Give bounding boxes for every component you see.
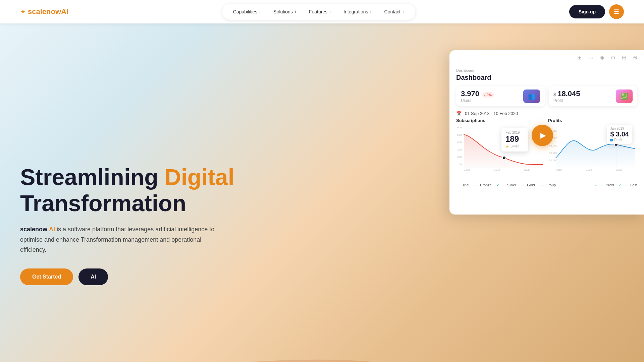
hero-title-highlight: Digital (165, 164, 234, 190)
grid-icon[interactable]: ⊞ (577, 54, 582, 61)
hero-title-part2: Transformation (20, 190, 186, 216)
legend-trial: Trial (456, 183, 469, 187)
profits-chart-panel: Profits $5.000 $4.000 $3.000 $2.000 $1.0… (548, 118, 637, 182)
play-button[interactable]: ▶ (532, 125, 553, 146)
widget-toolbar: ⊞ ▭ ◈ ⊙ ⊟ ⊕ (449, 50, 644, 65)
ai-button[interactable]: AI (78, 268, 108, 285)
logo-ai: AI (61, 7, 68, 16)
nav-features[interactable]: Features + (304, 6, 337, 17)
profit-tooltip-label: Profit (614, 138, 622, 142)
profit-tooltip-date: Jan 2019 (610, 127, 629, 130)
settings-icon[interactable]: ⊕ (633, 54, 637, 61)
svg-text:100: 100 (457, 163, 462, 166)
legend-group: Group (540, 183, 556, 187)
tooltip-value: 189 (505, 134, 524, 144)
legend-trial-label: Trial (462, 183, 469, 187)
profit-tooltip-value: $ 3.04 (610, 130, 629, 138)
logo-icon: ✦ (20, 8, 26, 16)
profit-label: Profit (553, 98, 612, 103)
legend-bronze: Bronze (474, 183, 492, 187)
legend-gold-label: Gold (527, 183, 535, 187)
get-started-button[interactable]: Get Started (20, 268, 73, 285)
svg-text:$3.000: $3.000 (549, 144, 557, 147)
subscriptions-tooltip: Feb 2019 189 ★ Silver (501, 128, 528, 152)
users-badge: - 2% (482, 92, 494, 98)
table-icon[interactable]: ⊟ (622, 54, 626, 61)
navbar: ✦ scalenowAI Capabilities + Solutions + … (0, 0, 644, 23)
subscriptions-chart-panel: Subscriptions 600 500 400 300 200 100 20… (456, 118, 545, 182)
play-icon: ▶ (540, 131, 546, 140)
profit-tooltip-currency: $ (610, 130, 614, 138)
profit-currency: $ (553, 92, 556, 97)
nav-contact[interactable]: Contact + (379, 6, 410, 17)
logo-text: scalenowAI (28, 7, 68, 16)
profit-stat-info: $ 18.045 Profit (553, 89, 612, 103)
svg-text:2019: 2019 (586, 168, 592, 171)
hero-actions: Get Started AI (20, 268, 275, 285)
legends-container: Trial Bronze ✓ Silver Gold Group (449, 182, 644, 190)
dashboard-widget: ⊞ ▭ ◈ ⊙ ⊟ ⊕ Dashboard Dashboard 3.970 - … (449, 50, 644, 215)
nav-capabilities[interactable]: Capabilities + (228, 6, 267, 17)
widget-header: Dashboard Dashboard (449, 65, 644, 83)
profit-tooltip-dot (610, 139, 613, 141)
hero-section: Streamlining Digital Transformation scal… (0, 23, 644, 362)
svg-text:500: 500 (457, 133, 462, 136)
user-icon[interactable]: ⊙ (611, 54, 615, 61)
svg-text:600: 600 (457, 126, 462, 129)
tooltip-date: Feb 2019 (505, 131, 524, 134)
silver-check-icon: ✓ (496, 183, 499, 187)
hero-content: Streamlining Digital Transformation scal… (20, 150, 288, 285)
users-illustration: 👥 (523, 89, 540, 103)
logo[interactable]: ✦ scalenowAI (20, 7, 68, 16)
profit-stat-card: $ 18.045 Profit 💹 (549, 86, 637, 106)
nav-links: Capabilities + Solutions + Features + In… (222, 4, 415, 20)
calendar-icon: 📅 (456, 111, 462, 116)
hero-title-part1: Streamlining (20, 164, 165, 190)
nav-solutions[interactable]: Solutions + (268, 6, 302, 17)
legend-group-label: Group (546, 183, 556, 187)
dashboard-title: Dashboard (456, 74, 637, 81)
chart-icon[interactable]: ◈ (600, 54, 604, 61)
menu-button[interactable]: ☰ (609, 4, 624, 19)
date-range: 01 Sep 2018 - 10 Feb 2020 (465, 111, 518, 116)
subscriptions-legend: Trial Bronze ✓ Silver Gold Group (456, 183, 556, 187)
tooltip-star-icon: ★ (505, 144, 509, 149)
profit-value-row: $ 18.045 (553, 89, 612, 98)
signup-button[interactable]: Sign up (569, 5, 605, 18)
svg-text:200: 200 (457, 156, 462, 159)
charts-row: Subscriptions 600 500 400 300 200 100 20… (449, 118, 644, 182)
users-value: 3.970 (461, 89, 479, 98)
profits-tooltip: Jan 2019 $ 3.04 Profit (607, 125, 632, 144)
svg-text:2019: 2019 (494, 168, 500, 171)
legend-silver: ✓ Silver (496, 183, 517, 187)
profit-tooltip-amount: 3.04 (616, 130, 629, 138)
hero-title: Streamlining Digital Transformation (20, 164, 275, 216)
profits-chart-title: Profits (548, 118, 637, 123)
nav-integrations[interactable]: Integrations + (338, 6, 377, 17)
date-filter[interactable]: 📅 01 Sep 2018 - 10 Feb 2020 (449, 109, 644, 118)
legend-profit: ✓ Profit (595, 183, 614, 187)
legend-silver-label: Silver (507, 183, 517, 187)
svg-text:2020: 2020 (616, 168, 622, 171)
stats-row: 3.970 - 2% Users 👥 $ 18.045 Profit (449, 83, 644, 109)
subscriptions-chart-title: Subscriptions (456, 118, 545, 123)
profits-legend: ✓ Profit ✓ Cost (595, 183, 637, 187)
legend-gold: Gold (521, 183, 535, 187)
profit-value: 18.045 (557, 89, 580, 98)
tooltip-label: Silver (511, 144, 519, 148)
legend-bronze-label: Bronze (480, 183, 492, 187)
nav-actions: Sign up ☰ (569, 4, 624, 19)
svg-text:2018: 2018 (556, 168, 562, 171)
svg-text:400: 400 (457, 141, 462, 144)
card-icon[interactable]: ▭ (588, 54, 593, 61)
hero-wave (0, 345, 644, 362)
profit-check-icon: ✓ (595, 183, 598, 187)
hero-ai-text: AI (49, 226, 55, 233)
svg-text:$2.000: $2.000 (549, 152, 557, 155)
svg-text:300: 300 (457, 148, 462, 151)
legend-cost-label: Cost (630, 183, 637, 187)
legend-cost: ✓ Cost (619, 183, 637, 187)
users-stat-info: 3.970 - 2% Users (461, 89, 520, 103)
svg-text:2018: 2018 (464, 168, 470, 171)
hero-description: scalenow AI is a software platform that … (20, 224, 221, 255)
